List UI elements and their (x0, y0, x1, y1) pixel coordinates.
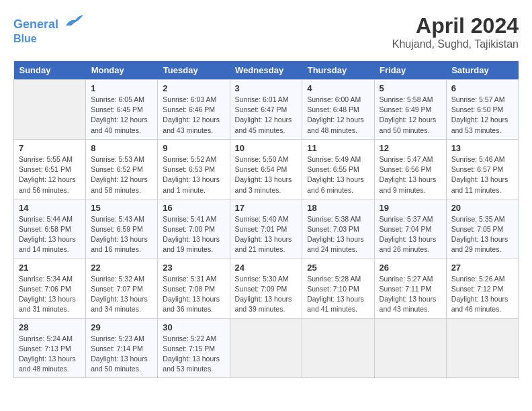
day-number: 13 (451, 143, 513, 153)
day-info: Sunrise: 5:32 AM Sunset: 7:07 PM Dayligh… (91, 274, 152, 315)
day-header-saturday: Saturday (446, 61, 518, 80)
day-info: Sunrise: 6:03 AM Sunset: 6:46 PM Dayligh… (163, 95, 224, 136)
day-info: Sunrise: 5:35 AM Sunset: 7:05 PM Dayligh… (451, 214, 513, 255)
day-header-friday: Friday (374, 61, 446, 80)
day-number: 26 (380, 263, 441, 273)
logo-blue: Blue (13, 32, 83, 45)
day-info: Sunrise: 5:43 AM Sunset: 6:59 PM Dayligh… (91, 214, 152, 255)
calendar-cell: 12Sunrise: 5:47 AM Sunset: 6:56 PM Dayli… (374, 139, 446, 199)
calendar-cell: 7Sunrise: 5:55 AM Sunset: 6:51 PM Daylig… (14, 139, 86, 199)
day-info: Sunrise: 6:00 AM Sunset: 6:48 PM Dayligh… (307, 95, 369, 136)
page-subtitle: Khujand, Sughd, Tajikistan (392, 38, 519, 50)
day-number: 24 (235, 263, 298, 273)
day-info: Sunrise: 5:41 AM Sunset: 7:00 PM Dayligh… (163, 214, 224, 255)
day-number: 29 (91, 322, 152, 332)
day-number: 4 (307, 83, 369, 93)
day-number: 6 (451, 83, 513, 93)
calendar-table: SundayMondayTuesdayWednesdayThursdayFrid… (13, 61, 519, 378)
day-info: Sunrise: 5:26 AM Sunset: 7:12 PM Dayligh… (451, 274, 513, 315)
logo-text: General (13, 13, 83, 32)
day-info: Sunrise: 5:58 AM Sunset: 6:49 PM Dayligh… (380, 95, 441, 136)
day-info: Sunrise: 5:46 AM Sunset: 6:57 PM Dayligh… (451, 154, 513, 195)
day-number: 23 (163, 263, 224, 273)
calendar-cell: 21Sunrise: 5:34 AM Sunset: 7:06 PM Dayli… (14, 259, 86, 318)
day-info: Sunrise: 5:28 AM Sunset: 7:10 PM Dayligh… (307, 274, 369, 315)
day-number: 8 (91, 143, 152, 153)
day-number: 10 (235, 143, 298, 153)
day-number: 16 (163, 203, 224, 213)
day-number: 1 (91, 83, 152, 93)
calendar-week-row: 21Sunrise: 5:34 AM Sunset: 7:06 PM Dayli… (14, 259, 519, 318)
calendar-cell: 17Sunrise: 5:40 AM Sunset: 7:01 PM Dayli… (230, 199, 302, 259)
day-info: Sunrise: 5:38 AM Sunset: 7:03 PM Dayligh… (307, 214, 369, 255)
day-number: 28 (19, 322, 81, 332)
calendar-cell: 27Sunrise: 5:26 AM Sunset: 7:12 PM Dayli… (446, 259, 518, 318)
day-info: Sunrise: 5:52 AM Sunset: 6:53 PM Dayligh… (163, 154, 224, 195)
calendar-cell: 10Sunrise: 5:50 AM Sunset: 6:54 PM Dayli… (230, 139, 302, 199)
day-number: 21 (19, 263, 81, 273)
day-info: Sunrise: 5:40 AM Sunset: 7:01 PM Dayligh… (235, 214, 298, 255)
calendar-cell: 22Sunrise: 5:32 AM Sunset: 7:07 PM Dayli… (86, 259, 158, 318)
day-number: 15 (91, 203, 152, 213)
day-number: 2 (163, 83, 224, 93)
calendar-week-row: 7Sunrise: 5:55 AM Sunset: 6:51 PM Daylig… (14, 139, 519, 199)
day-number: 11 (307, 143, 369, 153)
calendar-cell: 1Sunrise: 6:05 AM Sunset: 6:45 PM Daylig… (86, 80, 158, 140)
day-number: 9 (163, 143, 224, 153)
day-number: 18 (307, 203, 369, 213)
calendar-cell: 16Sunrise: 5:41 AM Sunset: 7:00 PM Dayli… (158, 199, 230, 259)
calendar-cell: 14Sunrise: 5:44 AM Sunset: 6:58 PM Dayli… (14, 199, 86, 259)
page-header: General Blue April 2024 Khujand, Sughd, … (13, 13, 519, 50)
day-info: Sunrise: 5:27 AM Sunset: 7:11 PM Dayligh… (380, 274, 441, 315)
day-header-tuesday: Tuesday (158, 61, 230, 80)
calendar-cell: 24Sunrise: 5:30 AM Sunset: 7:09 PM Dayli… (230, 259, 302, 318)
calendar-cell (14, 80, 86, 140)
calendar-cell (446, 318, 518, 378)
calendar-cell: 29Sunrise: 5:23 AM Sunset: 7:14 PM Dayli… (86, 318, 158, 378)
day-info: Sunrise: 5:23 AM Sunset: 7:14 PM Dayligh… (91, 334, 152, 375)
calendar-cell: 23Sunrise: 5:31 AM Sunset: 7:08 PM Dayli… (158, 259, 230, 318)
day-info: Sunrise: 5:53 AM Sunset: 6:52 PM Dayligh… (91, 154, 152, 195)
calendar-cell: 13Sunrise: 5:46 AM Sunset: 6:57 PM Dayli… (446, 139, 518, 199)
day-number: 25 (307, 263, 369, 273)
logo-bird-icon (64, 13, 83, 28)
day-number: 12 (380, 143, 441, 153)
day-info: Sunrise: 5:57 AM Sunset: 6:50 PM Dayligh… (451, 95, 513, 136)
calendar-cell: 15Sunrise: 5:43 AM Sunset: 6:59 PM Dayli… (86, 199, 158, 259)
calendar-week-row: 1Sunrise: 6:05 AM Sunset: 6:45 PM Daylig… (14, 80, 519, 140)
calendar-cell: 30Sunrise: 5:22 AM Sunset: 7:15 PM Dayli… (158, 318, 230, 378)
days-header-row: SundayMondayTuesdayWednesdayThursdayFrid… (14, 61, 519, 80)
day-number: 3 (235, 83, 298, 93)
calendar-cell: 18Sunrise: 5:38 AM Sunset: 7:03 PM Dayli… (302, 199, 374, 259)
title-block: April 2024 Khujand, Sughd, Tajikistan (392, 13, 519, 50)
day-header-wednesday: Wednesday (230, 61, 302, 80)
day-info: Sunrise: 5:31 AM Sunset: 7:08 PM Dayligh… (163, 274, 224, 315)
calendar-cell: 20Sunrise: 5:35 AM Sunset: 7:05 PM Dayli… (446, 199, 518, 259)
day-info: Sunrise: 5:30 AM Sunset: 7:09 PM Dayligh… (235, 274, 298, 315)
day-info: Sunrise: 6:05 AM Sunset: 6:45 PM Dayligh… (91, 95, 152, 136)
calendar-cell: 4Sunrise: 6:00 AM Sunset: 6:48 PM Daylig… (302, 80, 374, 140)
day-header-monday: Monday (86, 61, 158, 80)
day-info: Sunrise: 5:24 AM Sunset: 7:13 PM Dayligh… (19, 334, 81, 375)
calendar-cell: 19Sunrise: 5:37 AM Sunset: 7:04 PM Dayli… (374, 199, 446, 259)
calendar-cell: 26Sunrise: 5:27 AM Sunset: 7:11 PM Dayli… (374, 259, 446, 318)
day-number: 20 (451, 203, 513, 213)
calendar-cell: 28Sunrise: 5:24 AM Sunset: 7:13 PM Dayli… (14, 318, 86, 378)
calendar-cell: 5Sunrise: 5:58 AM Sunset: 6:49 PM Daylig… (374, 80, 446, 140)
calendar-week-row: 14Sunrise: 5:44 AM Sunset: 6:58 PM Dayli… (14, 199, 519, 259)
logo: General Blue (13, 13, 83, 45)
calendar-cell (302, 318, 374, 378)
day-info: Sunrise: 5:47 AM Sunset: 6:56 PM Dayligh… (380, 154, 441, 195)
day-info: Sunrise: 5:49 AM Sunset: 6:55 PM Dayligh… (307, 154, 369, 195)
day-info: Sunrise: 5:34 AM Sunset: 7:06 PM Dayligh… (19, 274, 81, 315)
day-info: Sunrise: 5:22 AM Sunset: 7:15 PM Dayligh… (163, 334, 224, 375)
day-number: 27 (451, 263, 513, 273)
page-title: April 2024 (392, 13, 519, 38)
day-info: Sunrise: 5:55 AM Sunset: 6:51 PM Dayligh… (19, 154, 81, 195)
calendar-cell: 8Sunrise: 5:53 AM Sunset: 6:52 PM Daylig… (86, 139, 158, 199)
day-info: Sunrise: 5:44 AM Sunset: 6:58 PM Dayligh… (19, 214, 81, 255)
calendar-cell: 25Sunrise: 5:28 AM Sunset: 7:10 PM Dayli… (302, 259, 374, 318)
day-header-sunday: Sunday (14, 61, 86, 80)
calendar-cell (230, 318, 302, 378)
calendar-cell: 9Sunrise: 5:52 AM Sunset: 6:53 PM Daylig… (158, 139, 230, 199)
